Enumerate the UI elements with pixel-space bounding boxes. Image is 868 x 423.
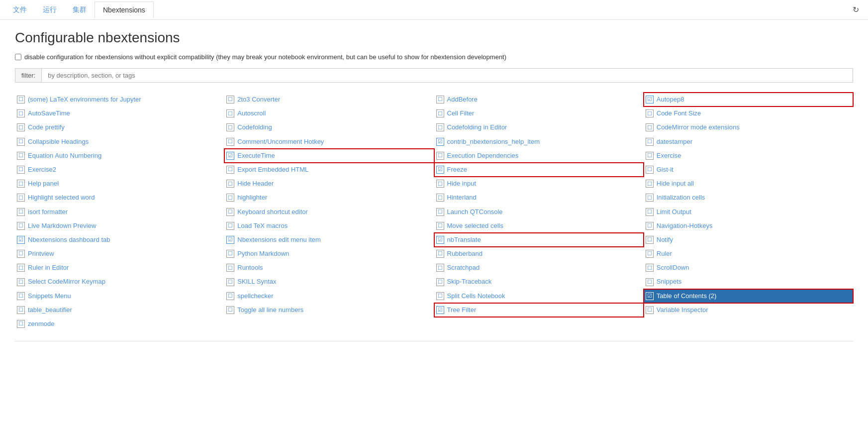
extension-checkbox[interactable]: ☐ [17,264,25,272]
extension-checkbox[interactable]: ☐ [17,194,25,202]
extension-checkbox[interactable]: ☑ [646,292,654,300]
ext-item[interactable]: ☐datestamper [644,135,853,149]
extension-checkbox[interactable]: ☐ [646,138,654,146]
extension-checkbox[interactable]: ☐ [17,123,25,131]
ext-item[interactable]: ☐zenmode [15,317,224,331]
ext-item[interactable]: ☐CodeMirror mode extensions [644,120,853,134]
extension-checkbox[interactable]: ☐ [646,123,654,131]
extension-checkbox[interactable]: ☐ [436,250,444,258]
ext-item[interactable]: ☐Live Markdown Preview [15,219,224,233]
extension-checkbox[interactable]: ☑ [436,236,444,244]
extension-checkbox[interactable]: ☐ [226,306,234,314]
extension-checkbox[interactable]: ☐ [226,166,234,174]
ext-item[interactable]: ☑Tree Filter [434,303,644,317]
extension-checkbox[interactable]: ☐ [17,152,25,160]
ext-item[interactable]: ☐Hide Header [224,177,434,191]
extension-checkbox[interactable]: ☐ [436,109,444,117]
ext-item[interactable]: ☐Load TeX macros [224,219,434,233]
ext-item[interactable]: ☐Limit Output [644,205,853,219]
ext-item[interactable]: ☐Keyboard shortcut editor [224,205,434,219]
extension-checkbox[interactable]: ☑ [436,306,444,314]
nav-cluster[interactable]: 集群 [65,1,95,18]
extension-checkbox[interactable]: ☐ [646,208,654,216]
extension-checkbox[interactable]: ☐ [226,138,234,146]
nav-run[interactable]: 运行 [35,1,65,18]
filter-input[interactable] [42,69,853,82]
ext-item[interactable]: ☐Gist-it [644,163,853,177]
ext-item[interactable]: ☐Hinterland [434,191,644,205]
extension-checkbox[interactable]: ☐ [436,222,444,230]
ext-item[interactable]: ☐Collapsible Headings [15,135,224,149]
ext-item[interactable]: ☐Initialization cells [644,191,853,205]
extension-checkbox[interactable]: ☐ [646,166,654,174]
ext-item[interactable]: ☐Export Embedded HTML [224,163,434,177]
extension-checkbox[interactable]: ☐ [226,222,234,230]
ext-item[interactable]: ☐Highlight selected word [15,191,224,205]
extension-checkbox[interactable]: ☐ [226,250,234,258]
ext-item[interactable]: ☐Python Markdown [224,247,434,261]
extension-checkbox[interactable]: ☑ [436,166,444,174]
extension-checkbox[interactable]: ☐ [17,320,25,328]
extension-checkbox[interactable]: ☐ [17,96,25,104]
ext-item[interactable]: ☐Code Font Size [644,106,853,120]
extension-checkbox[interactable]: ☐ [226,123,234,131]
ext-item[interactable]: ☐Rubberband [434,247,644,261]
extension-checkbox[interactable]: ☐ [646,222,654,230]
extension-checkbox[interactable]: ☐ [646,180,654,188]
ext-item[interactable]: ☐SKILL Syntax [224,275,434,289]
ext-item[interactable]: ☐Cell Filter [434,106,644,120]
ext-item[interactable]: ☐Hide input [434,177,644,191]
extension-checkbox[interactable]: ☐ [646,194,654,202]
extension-checkbox[interactable]: ☐ [436,264,444,272]
extension-checkbox[interactable]: ☐ [226,208,234,216]
ext-item[interactable]: ☐AddBefore [434,93,644,106]
ext-item[interactable]: ☐Codefolding in Editor [434,120,644,134]
ext-item[interactable]: ☐Printview [15,247,224,261]
ext-item[interactable]: ☐Autoscroll [224,106,434,120]
ext-item[interactable]: ☐Notify [644,233,853,247]
ext-item[interactable]: ☐Select CodeMirror Keymap [15,275,224,289]
extension-checkbox[interactable]: ☐ [646,152,654,160]
ext-item[interactable]: ☐Equation Auto Numbering [15,149,224,163]
extension-checkbox[interactable]: ☐ [17,166,25,174]
ext-item[interactable]: ☐highlighter [224,191,434,205]
nav-tab-nbextensions[interactable]: Nbextensions [95,1,154,18]
ext-item[interactable]: ☑Table of Contents (2) [644,289,853,303]
extension-checkbox[interactable]: ☐ [17,180,25,188]
ext-item[interactable]: ☐Code prettify [15,120,224,134]
extension-checkbox[interactable]: ☐ [436,292,444,300]
extension-checkbox[interactable]: ☐ [436,194,444,202]
ext-item[interactable]: ☐Launch QTConsole [434,205,644,219]
ext-item[interactable]: ☑contrib_nbextensions_help_item [434,135,644,149]
ext-item[interactable]: ☑ExecuteTime [224,149,434,163]
extension-checkbox[interactable]: ☐ [226,264,234,272]
extension-checkbox[interactable]: ☐ [226,292,234,300]
extension-checkbox[interactable]: ☐ [226,96,234,104]
extension-checkbox[interactable]: ☐ [436,180,444,188]
ext-item[interactable]: ☐Exercise2 [15,163,224,177]
extension-checkbox[interactable]: ☐ [17,278,25,286]
extension-checkbox[interactable]: ☐ [436,123,444,131]
ext-item[interactable]: ☐Exercise [644,149,853,163]
ext-item[interactable]: ☑Freeze [434,163,644,177]
ext-item[interactable]: ☐table_beautifier [15,303,224,317]
extension-checkbox[interactable]: ☐ [226,194,234,202]
extension-checkbox[interactable]: ☐ [436,278,444,286]
extension-checkbox[interactable]: ☐ [646,236,654,244]
ext-item[interactable]: ☐(some) LaTeX environments for Jupyter [15,93,224,106]
ext-item[interactable]: ☐Toggle all line numbers [224,303,434,317]
ext-item[interactable]: ☐spellchecker [224,289,434,303]
ext-item[interactable]: ☐Ruler [644,247,853,261]
ext-item[interactable]: ☐Help panel [15,177,224,191]
ext-item[interactable]: ☐isort formatter [15,205,224,219]
extension-checkbox[interactable]: ☐ [646,109,654,117]
extension-checkbox[interactable]: ☐ [436,208,444,216]
ext-item[interactable]: ☐Navigation-Hotkeys [644,219,853,233]
extension-checkbox[interactable]: ☑ [646,96,654,104]
nav-file[interactable]: 文件 [5,1,35,18]
ext-item[interactable]: ☐Execution Dependencies [434,149,644,163]
extension-checkbox[interactable]: ☐ [17,292,25,300]
ext-item[interactable]: ☐Split Cells Notebook [434,289,644,303]
ext-item[interactable]: ☐Runtools [224,261,434,275]
ext-item[interactable]: ☐2to3 Converter [224,93,434,106]
